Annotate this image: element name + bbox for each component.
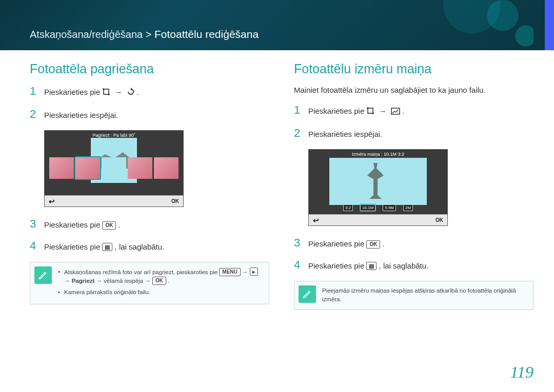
step-2: 2 Pieskarieties iespējai. xyxy=(294,128,533,140)
note-item: Kamera pārrakstīs oriģinālo failu. xyxy=(58,288,263,297)
step-4: 4 Pieskarieties pie ▤ , lai saglabātu. xyxy=(30,240,269,253)
breadcrumb-path: Atskaņošana/rediģēšana > xyxy=(30,29,151,40)
step-text: Pieskarieties pie ▤ , lai saglabātu. xyxy=(308,259,428,272)
col-rotate: Fotoattēla pagriešana 1 Pieskarieties pi… xyxy=(30,61,269,310)
step-text: Pieskarieties iespējai. xyxy=(308,128,382,140)
opt-ratio[interactable]: 3:2 xyxy=(343,204,353,211)
note-box: Atskaņošanas režīmā foto var arī pagriez… xyxy=(30,262,269,304)
crop-icon xyxy=(366,107,374,118)
t: . xyxy=(402,107,404,115)
opt-size[interactable]: 2M xyxy=(403,204,413,211)
t: → xyxy=(242,269,250,275)
heading-rotate: Fotoattēla pagriešana xyxy=(30,61,269,76)
step-num: 2 xyxy=(30,109,38,120)
step-1: 1 Pieskarieties pie → . xyxy=(294,105,533,118)
t: , lai saglabātu. xyxy=(379,261,429,270)
t: Pieskarieties pie xyxy=(44,220,102,229)
t: Pieskarieties pie xyxy=(308,239,366,248)
thumbnail[interactable] xyxy=(102,157,126,179)
step-num: 1 xyxy=(294,105,302,116)
ok-button: OK xyxy=(366,240,380,249)
t: Pieskarieties pie xyxy=(44,242,102,251)
resize-icon xyxy=(391,107,400,118)
note-box: Pieejamās izmēru maiņas iespējas atšķira… xyxy=(294,281,533,310)
t: Pieskarieties pie xyxy=(308,261,366,270)
t: . xyxy=(168,278,169,284)
play-icon: ▸ xyxy=(250,267,258,276)
thumbnail[interactable] xyxy=(128,157,152,179)
intro-text: Mainiet fotoattēla izmēru un saglabājiet… xyxy=(294,86,533,94)
step-num: 3 xyxy=(294,237,302,249)
back-icon[interactable]: ↩ xyxy=(313,216,319,224)
content: Fotoattēla pagriešana 1 Pieskarieties pi… xyxy=(30,61,533,310)
step-2: 2 Pieskarieties iespējai. xyxy=(30,109,269,121)
opt-size-selected[interactable]: 10.1M xyxy=(360,204,375,211)
thumbnail[interactable] xyxy=(49,157,74,179)
t: Pieskarieties pie xyxy=(44,88,102,96)
shot-options: 3:2 10.1M 5.9M 2M xyxy=(309,204,447,211)
step-3: 3 Pieskarieties pie OK . xyxy=(294,237,533,250)
page-number: 119 xyxy=(510,363,533,382)
breadcrumb: Atskaņošana/rediģēšana > Fotoattēlu redi… xyxy=(30,28,259,40)
col-resize: Fotoattēlu izmēru maiņa Mainiet fotoattē… xyxy=(294,61,533,310)
rotate-icon xyxy=(127,88,135,99)
step-num: 3 xyxy=(30,218,38,230)
thumbnail[interactable] xyxy=(154,157,179,179)
ok-button[interactable]: OK xyxy=(171,198,179,204)
ok-button: OK xyxy=(152,277,166,285)
step-text: Pieskarieties iespējai. xyxy=(44,109,118,121)
shot-title: Izmēra maiņa : 10.1M 3:2 xyxy=(309,152,447,157)
screenshot-resize: Izmēra maiņa : 10.1M 3:2 3:2 10.1M 5.9M … xyxy=(308,149,448,226)
side-tab xyxy=(545,0,554,50)
ok-button[interactable]: OK xyxy=(436,217,443,223)
shot-toolbar: ↩ OK xyxy=(309,214,447,225)
step-text: Pieskarieties pie ▤ , lai saglabātu. xyxy=(44,240,164,253)
shot-title: Pagriezt : Pa labi 90˚ xyxy=(45,133,183,138)
t: . xyxy=(118,220,121,229)
step-4: 4 Pieskarieties pie ▤ , lai saglabātu. xyxy=(294,259,533,272)
step-text: Pieskarieties pie OK . xyxy=(308,237,385,250)
step-3: 3 Pieskarieties pie OK . xyxy=(30,218,269,231)
t: . xyxy=(383,239,385,248)
pencil-icon xyxy=(34,266,52,284)
step-text: Pieskarieties pie OK . xyxy=(44,218,121,231)
save-icon: ▤ xyxy=(102,243,112,251)
t: Pieskarieties pie xyxy=(308,107,366,115)
breadcrumb-title: Fotoattēlu rediģēšana xyxy=(154,28,259,40)
step-num: 2 xyxy=(294,128,302,139)
shot-preview xyxy=(329,158,427,205)
step-text: Pieskarieties pie → . xyxy=(44,86,139,99)
t: , lai saglabātu. xyxy=(115,242,165,251)
t: → xyxy=(64,278,72,284)
crop-icon xyxy=(102,88,110,99)
shot-thumbstrip xyxy=(48,157,180,179)
step-1: 1 Pieskarieties pie → . xyxy=(30,86,269,99)
heading-resize: Fotoattēlu izmēru maiņa xyxy=(294,61,533,76)
note-text: Pieejamās izmēru maiņas iespējas atšķira… xyxy=(322,287,516,302)
t: → vēlamā iespēja → xyxy=(96,278,152,284)
opt-size[interactable]: 5.9M xyxy=(383,204,396,211)
step-num: 1 xyxy=(30,86,38,97)
t: Pagriezt xyxy=(72,278,95,284)
arrow-icon: → xyxy=(379,107,387,115)
step-num: 4 xyxy=(294,259,302,271)
step-text: Pieskarieties pie → . xyxy=(308,105,404,118)
ok-button: OK xyxy=(102,221,116,230)
note-item: Atskaņošanas režīmā foto var arī pagriez… xyxy=(58,267,263,286)
back-icon[interactable]: ↩ xyxy=(49,197,55,205)
page-header: Atskaņošana/rediģēšana > Fotoattēlu redi… xyxy=(0,0,554,50)
screenshot-rotate: Pagriezt : Pa labi 90˚ ↩ OK xyxy=(44,130,184,207)
shot-toolbar: ↩ OK xyxy=(45,195,183,207)
save-icon: ▤ xyxy=(366,262,377,270)
arrow-icon: → xyxy=(115,88,123,96)
thumbnail-selected[interactable] xyxy=(75,157,100,179)
pencil-icon xyxy=(299,285,316,303)
menu-button: MENU xyxy=(219,268,240,276)
t: . xyxy=(137,88,139,96)
t: Atskaņošanas režīmā foto var arī pagriez… xyxy=(64,269,219,275)
step-num: 4 xyxy=(30,240,38,252)
